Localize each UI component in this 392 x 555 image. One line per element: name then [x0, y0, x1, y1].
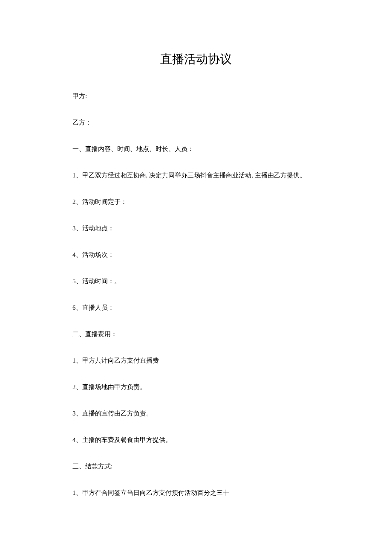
clause-1-5: 5、活动时间：。 [72, 276, 320, 286]
clause-2-3: 3、直播的宣传由乙方负责。 [72, 408, 320, 418]
clause-1-2: 2、活动时间定于： [72, 197, 320, 207]
section-2-heading: 二、直播费用： [72, 329, 320, 339]
section-3-heading: 三、结款方式: [72, 461, 320, 471]
clause-1-1: 1、甲乙双方经过相互协商, 决定共同举办三场抖音主播商业活动, 主播由乙方提供。 [72, 170, 320, 180]
clause-1-3: 3、活动地点： [72, 223, 320, 233]
party-b-label: 乙方： [72, 117, 320, 128]
clause-2-2: 2、直播场地由甲方负责。 [72, 382, 320, 392]
clause-3-1: 1、甲方在合同签立当日向乙方支付预付活动百分之三十 [72, 488, 320, 498]
clause-1-6: 6、直播人员： [72, 302, 320, 313]
clause-2-4: 4、主播的车费及餐食由甲方提供。 [72, 435, 320, 445]
clause-2-1: 1、甲方共计向乙方支付直播费 [72, 355, 320, 366]
party-a-label: 甲方: [72, 91, 320, 101]
clause-1-4: 4、活动场次： [72, 250, 320, 260]
document-title: 直播活动协议 [72, 51, 320, 67]
section-1-heading: 一、直播内容、时间、地点、时长、人员： [72, 144, 320, 154]
